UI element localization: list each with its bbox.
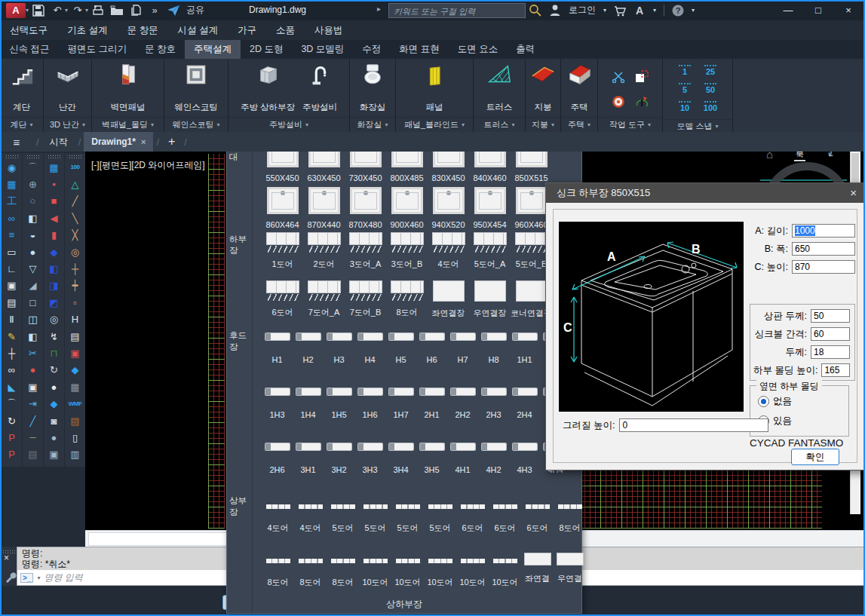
palette-item-좌연결[interactable]: 좌연결: [521, 547, 554, 601]
palette-item-4도어[interactable]: 4도어: [294, 492, 327, 547]
ribbon-tab-신속 접근[interactable]: 신속 접근: [0, 40, 58, 59]
panel-footer-패널_블라인드[interactable]: 패널_블라인드: [396, 117, 473, 132]
login-dropdown-icon[interactable]: ▾: [600, 2, 609, 20]
palette-item-3H3[interactable]: 3H3: [354, 437, 385, 492]
tool-icon[interactable]: ◆: [44, 395, 64, 412]
ribbon-tab-화면 표현[interactable]: 화면 표현: [390, 40, 448, 59]
panel-footer-벽패널_몰딩[interactable]: 벽패널_몰딩: [92, 117, 164, 132]
palette-item-2H3[interactable]: 2H3: [478, 382, 509, 437]
palette-item-5도어_A[interactable]: 5도어_A: [469, 231, 511, 279]
tool-icon[interactable]: ▫: [65, 294, 85, 311]
tool-icon[interactable]: ⌒: [23, 159, 43, 176]
param-input-3[interactable]: 165: [821, 363, 850, 377]
tool-icon[interactable]: ◣: [2, 378, 22, 395]
tool-icon[interactable]: ▭: [2, 244, 22, 260]
panel-footer-화장실[interactable]: 화장실: [350, 117, 395, 132]
tool-icon[interactable]: ●: [44, 378, 64, 395]
palette-item-6도어[interactable]: 6도어: [521, 492, 554, 547]
palette-item-1H5[interactable]: 1H5: [324, 382, 354, 437]
palette-item-6도어[interactable]: 6도어: [262, 279, 303, 327]
palette-item-우연결장[interactable]: 우연결장: [469, 279, 511, 327]
toolbar-grip[interactable]: [48, 155, 61, 158]
palette-item-H5[interactable]: H5: [385, 327, 416, 382]
menu-기초 설계[interactable]: 기초 설계: [57, 20, 117, 40]
palette-item-1H4[interactable]: 1H4: [293, 382, 324, 437]
ribbon-button-주방설비[interactable]: 주방설비: [299, 61, 341, 114]
tool-icon[interactable]: ◨: [44, 277, 64, 294]
tool-icon[interactable]: ⊕: [23, 176, 43, 192]
store-cart-icon[interactable]: [611, 2, 629, 20]
new-drawing-button[interactable]: +: [162, 135, 181, 149]
tool-icon[interactable]: ┿: [65, 277, 85, 294]
share-label[interactable]: 공유: [183, 2, 207, 20]
tool-icon[interactable]: ▦: [44, 159, 64, 176]
tool-icon[interactable]: ⇥: [23, 395, 43, 412]
tool-icon[interactable]: ▮: [44, 227, 64, 244]
palette-item-H3[interactable]: H3: [324, 327, 354, 382]
tool-icon[interactable]: ≡: [2, 227, 22, 244]
tool-icon[interactable]: ◎: [44, 311, 64, 328]
panel-footer-모델 스냅[interactable]: 모델 스냅: [663, 119, 732, 132]
tool-icon[interactable]: ∞: [2, 362, 22, 378]
palette-item-8도어[interactable]: 8도어: [554, 492, 586, 547]
tool-icon[interactable]: ▤: [23, 446, 43, 463]
new-file-icon[interactable]: [127, 2, 145, 20]
palette-item-1H1[interactable]: 1H1: [509, 327, 540, 382]
panel-footer-지붕[interactable]: 지붕: [526, 117, 560, 132]
redo-icon-arrow[interactable]: ▾: [85, 7, 88, 14]
tool-icon[interactable]: ⌒: [2, 395, 22, 412]
tool-icon[interactable]: ◧: [23, 328, 43, 345]
panel-footer-작업 도구[interactable]: 작업 도구: [598, 117, 662, 132]
tool-icon[interactable]: Ⅱ: [2, 311, 22, 328]
tool-icon[interactable]: ↻: [2, 412, 22, 429]
palette-item-1H3[interactable]: 1H3: [262, 382, 293, 437]
scissors-icon[interactable]: [608, 66, 629, 88]
menu-가구[interactable]: 가구: [228, 20, 266, 40]
tool-icon[interactable]: ●: [23, 244, 43, 260]
palette-item-950X454[interactable]: 950X454: [469, 184, 511, 231]
panel-footer-3D 난간[interactable]: 3D 난간: [44, 117, 91, 132]
palette-item-5도어[interactable]: 5도어: [391, 492, 424, 547]
tool-icon[interactable]: ┼: [65, 260, 85, 277]
ribbon-button-난간[interactable]: 난간: [51, 61, 84, 114]
snap-value-100[interactable]: 100: [699, 101, 722, 119]
login-button[interactable]: 로그인: [566, 2, 599, 20]
palette-item-10도어[interactable]: 10도어: [424, 547, 456, 601]
snap-value-5[interactable]: 5: [673, 83, 696, 101]
palette-item-H2[interactable]: H2: [293, 327, 324, 382]
tool-icon[interactable]: ■: [44, 193, 64, 210]
toolbar-grip[interactable]: [5, 155, 19, 158]
ribbon-button-트러스[interactable]: 트러스: [483, 61, 517, 114]
dim-input-2[interactable]: 870: [792, 260, 855, 274]
tool-icon[interactable]: ▣: [2, 277, 22, 294]
palette-item-2H4[interactable]: 2H4: [509, 382, 540, 437]
search-icon[interactable]: [526, 2, 544, 20]
tool-icon[interactable]: ▣: [44, 446, 64, 463]
command-close-icon[interactable]: ×: [4, 553, 9, 563]
palette-item-3H5[interactable]: 3H5: [416, 437, 447, 492]
undo-icon-arrow[interactable]: ▾: [65, 7, 68, 14]
command-prompt-icon[interactable]: >_: [20, 573, 33, 583]
palette-item-870X440[interactable]: 870X440: [303, 184, 345, 231]
user-icon[interactable]: [546, 2, 564, 20]
command-prompt-arrow-icon[interactable]: ▾: [37, 575, 40, 581]
tool-icon[interactable]: ▣: [65, 345, 85, 361]
palette-item-좌연결장[interactable]: 좌연결장: [428, 279, 469, 327]
palette-item-5도어[interactable]: 5도어: [359, 492, 391, 547]
palette-item-10도어[interactable]: 10도어: [489, 547, 521, 601]
ribbon-button-벽면패널[interactable]: 벽면패널: [107, 61, 149, 114]
tool-icon[interactable]: ◙: [44, 412, 64, 429]
palette-item-4H1[interactable]: 4H1: [447, 437, 478, 492]
tool-icon[interactable]: ↻: [44, 362, 64, 378]
app-menu-arrow-icon[interactable]: ▾: [26, 7, 29, 14]
snap-value-25[interactable]: 25: [699, 65, 722, 83]
tool-icon[interactable]: ⊓: [44, 345, 64, 361]
toolbar-grip[interactable]: [26, 155, 40, 158]
draw-height-input[interactable]: 0: [619, 418, 768, 432]
menu-사용법[interactable]: 사용법: [305, 20, 353, 40]
tool-icon[interactable]: ▤: [2, 294, 22, 311]
tool-icon[interactable]: ╳: [65, 227, 85, 244]
tab-close-icon[interactable]: ×: [141, 137, 146, 146]
panel-footer-주택[interactable]: 주택: [561, 117, 597, 132]
dialog-close-icon[interactable]: ×: [850, 186, 857, 199]
